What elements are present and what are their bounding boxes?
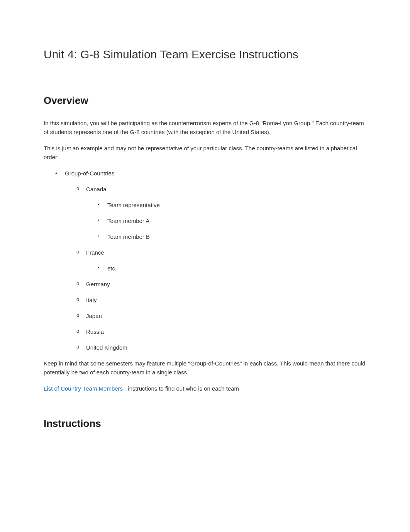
list-item-canada: Canada Team representative Team member A… (76, 185, 366, 241)
overview-paragraph-2: This is just an example and may not be r… (44, 144, 366, 161)
instructions-heading: Instructions (44, 416, 366, 430)
list-item-etc: etc. (98, 264, 366, 272)
list-item-germany: Germany (76, 280, 366, 288)
link-suffix-text: - instructions to find out who is on eac… (123, 385, 239, 392)
list-item-group: Group-of-Countries Canada Team represent… (55, 169, 366, 352)
list-item-member: Team member B (98, 233, 366, 241)
group-label: Group-of-Countries (65, 170, 114, 177)
overview-paragraph-1: In this simulation, you will be particip… (44, 119, 366, 136)
list-item-russia: Russia (76, 328, 366, 336)
list-item-japan: Japan (76, 312, 366, 320)
overview-paragraph-3: Keep in mind that some semesters may fea… (44, 359, 366, 377)
list-item-member: Team representative (98, 201, 366, 209)
country-name: France (86, 249, 104, 256)
list-item-france: France etc. (76, 248, 366, 272)
team-members-line: List of Country-Team Members - instructi… (44, 384, 366, 393)
overview-heading: Overview (44, 93, 366, 107)
list-item-italy: Italy (76, 296, 366, 304)
country-team-members-link[interactable]: List of Country-Team Members (44, 385, 123, 392)
list-item-member: Team member A (98, 217, 366, 225)
country-name: Canada (86, 186, 107, 192)
list-item-uk: United Kingdom (76, 343, 366, 352)
page-title: Unit 4: G-8 Simulation Team Exercise Ins… (44, 46, 366, 63)
